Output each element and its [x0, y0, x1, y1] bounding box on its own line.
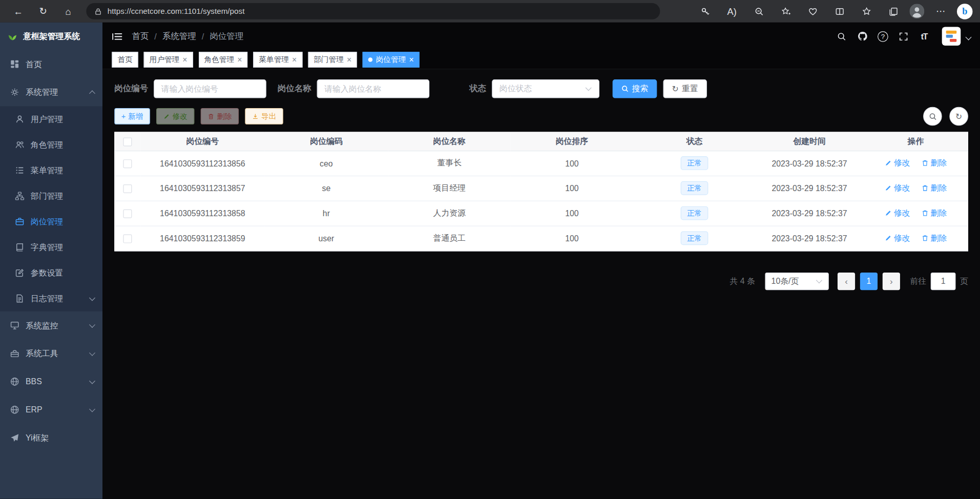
sidebar-item-dict-mgmt[interactable]: 字典管理: [0, 235, 102, 260]
tab-role-mgmt[interactable]: 角色管理 ×: [198, 52, 247, 68]
table-row[interactable]: 1641030593112313857 se 项目经理 100 正常 2023-…: [114, 176, 968, 201]
trash-icon: [921, 184, 929, 192]
sidebar-item-dept-mgmt[interactable]: 部门管理: [0, 183, 102, 209]
tab-label: 角色管理: [204, 54, 234, 65]
bing-discover-icon[interactable]: b: [957, 4, 973, 19]
search-button[interactable]: 搜索: [613, 79, 657, 98]
sidebar-item-home[interactable]: 首页: [0, 50, 102, 78]
sidebar-item-post-mgmt[interactable]: 岗位管理: [0, 209, 102, 235]
browser-home-button[interactable]: ⌂: [57, 3, 78, 20]
sidebar-item-label: BBS: [26, 377, 42, 386]
prev-page-button[interactable]: ‹: [838, 272, 855, 289]
reset-button[interactable]: ↻ 重置: [663, 79, 707, 98]
row-checkbox[interactable]: [123, 184, 132, 193]
post-code-input[interactable]: [154, 79, 266, 98]
browser-refresh-button[interactable]: ↻: [32, 3, 53, 20]
col-created: 创建时间: [756, 132, 863, 151]
row-checkbox[interactable]: [123, 159, 132, 168]
post-name-input[interactable]: [317, 79, 430, 98]
row-delete-button[interactable]: 删除: [921, 182, 947, 194]
row-edit-button[interactable]: 修改: [885, 182, 910, 194]
avatar-caret-icon[interactable]: [966, 31, 971, 42]
profile-avatar[interactable]: [909, 4, 924, 18]
fullscreen-icon[interactable]: [894, 27, 912, 45]
globe-icon: [10, 377, 19, 386]
export-button[interactable]: 导出: [245, 108, 283, 124]
font-size-icon[interactable]: tT: [915, 27, 933, 45]
add-button[interactable]: + 新增: [114, 108, 150, 124]
tab-close-icon[interactable]: ×: [182, 55, 187, 64]
delete-button[interactable]: 删除: [201, 108, 239, 124]
sidebar-item-system[interactable]: 系统管理: [0, 78, 102, 107]
sidebar-item-label: 角色管理: [31, 139, 63, 150]
read-aloud-icon[interactable]: A): [721, 3, 742, 20]
goto-page-input[interactable]: [931, 272, 956, 289]
breadcrumb-current: 岗位管理: [210, 31, 243, 42]
breadcrumb-section[interactable]: 系统管理: [162, 31, 196, 42]
toggle-search-button[interactable]: [923, 107, 942, 126]
github-icon[interactable]: [853, 27, 871, 45]
help-icon[interactable]: ?: [874, 27, 892, 45]
app-title: 意框架管理系统: [23, 31, 80, 42]
sidebar-item-role-mgmt[interactable]: 角色管理: [0, 132, 102, 157]
user-avatar[interactable]: [942, 27, 961, 46]
sidebar-item-erp[interactable]: ERP: [0, 396, 102, 424]
tab-close-icon[interactable]: ×: [409, 55, 413, 64]
saved-passwords-icon[interactable]: [695, 3, 716, 20]
table-row[interactable]: 1641030593112313858 hr 人力资源 100 正常 2023-…: [114, 201, 968, 226]
row-checkbox[interactable]: [123, 209, 132, 218]
row-edit-button[interactable]: 修改: [885, 207, 910, 219]
tab-post-mgmt[interactable]: 岗位管理 ×: [363, 52, 420, 68]
breadcrumb-home[interactable]: 首页: [132, 31, 149, 42]
tab-close-icon[interactable]: ×: [237, 55, 242, 64]
tab-user-mgmt[interactable]: 用户管理 ×: [144, 52, 193, 68]
browser-essentials-icon[interactable]: [802, 3, 823, 20]
header-search-icon[interactable]: [832, 27, 850, 45]
browser-back-button[interactable]: ←: [8, 3, 29, 20]
next-page-button[interactable]: ›: [883, 272, 900, 289]
collections-icon[interactable]: [883, 3, 904, 20]
sidebar-item-bbs[interactable]: BBS: [0, 367, 102, 396]
row-edit-button[interactable]: 修改: [885, 233, 910, 244]
table-row[interactable]: 1641030593112313859 user 普通员工 100 正常 202…: [114, 225, 968, 251]
tab-home[interactable]: 首页: [112, 52, 138, 68]
reset-button-label: 重置: [682, 83, 698, 94]
tab-close-icon[interactable]: ×: [292, 55, 297, 64]
app-logo[interactable]: 意框架管理系统: [0, 23, 102, 50]
pagination-total: 共 4 条: [730, 275, 755, 286]
favorites-icon[interactable]: [856, 3, 877, 20]
row-checkbox[interactable]: [123, 234, 132, 243]
refresh-table-button[interactable]: ↻: [949, 107, 968, 126]
sidebar-item-monitor[interactable]: 系统监控: [0, 311, 102, 340]
browser-more-menu-icon[interactable]: ⋯: [930, 3, 951, 20]
sidebar-item-tools[interactable]: 系统工具: [0, 340, 102, 368]
table-row[interactable]: 1641030593112313856 ceo 董事长 100 正常 2023-…: [114, 151, 968, 176]
tab-close-icon[interactable]: ×: [347, 55, 351, 64]
tab-menu-mgmt[interactable]: 菜单管理 ×: [253, 52, 302, 68]
split-screen-icon[interactable]: [829, 3, 850, 20]
sidebar-fold-icon[interactable]: [112, 31, 122, 41]
page-size-select[interactable]: 10条/页: [765, 272, 828, 289]
monitor-icon: [10, 321, 19, 330]
sidebar-item-log-mgmt[interactable]: 日志管理: [0, 286, 102, 311]
col-post-name: 岗位名称: [388, 132, 511, 151]
row-edit-button[interactable]: 修改: [885, 157, 910, 169]
tab-dept-mgmt[interactable]: 部门管理 ×: [308, 52, 357, 68]
sidebar-item-yi-framework[interactable]: Yi框架: [0, 424, 102, 452]
row-delete-button[interactable]: 删除: [921, 233, 947, 244]
status-select[interactable]: 岗位状态: [492, 79, 599, 98]
post-code-label: 岗位编号: [114, 83, 148, 94]
zoom-out-icon[interactable]: [748, 3, 769, 20]
add-favorite-icon[interactable]: [775, 3, 796, 20]
row-delete-button[interactable]: 删除: [921, 207, 947, 219]
sidebar-item-param-settings[interactable]: 参数设置: [0, 260, 102, 286]
edit-button[interactable]: 修改: [156, 108, 194, 124]
browser-address-bar[interactable]: https://ccnetcore.com:1101/system/post: [86, 3, 660, 19]
browser-toolbar-icons: A) ⋯ b: [695, 3, 973, 20]
site-lock-icon[interactable]: [94, 7, 102, 15]
sidebar-item-menu-mgmt[interactable]: 菜单管理: [0, 157, 102, 183]
select-all-checkbox[interactable]: [123, 137, 132, 146]
sidebar-item-user-mgmt[interactable]: 用户管理: [0, 106, 102, 132]
page-1-button[interactable]: 1: [860, 272, 878, 289]
row-delete-button[interactable]: 删除: [921, 157, 947, 169]
